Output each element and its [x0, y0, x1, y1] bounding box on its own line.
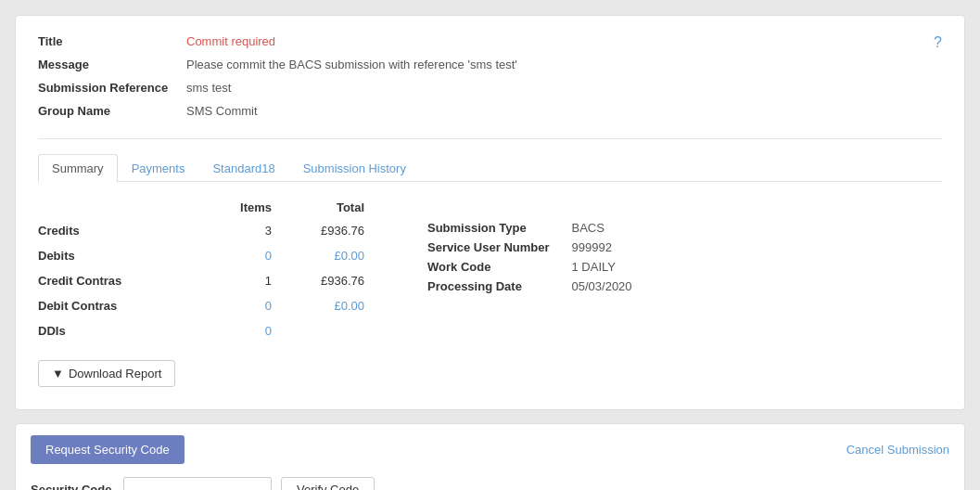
service-user-number-value: 999992	[572, 240, 632, 254]
work-code-label: Work Code	[427, 260, 550, 274]
row-total-debit-contras: £0.00	[279, 293, 372, 318]
col-header-empty	[38, 197, 186, 218]
row-label-debit-contras: Debit Contras	[38, 293, 186, 318]
processing-date-value: 05/03/2020	[572, 279, 632, 293]
tab-standard18[interactable]: Standard18	[198, 154, 288, 182]
download-report-button[interactable]: ▼ Download Report	[38, 360, 175, 387]
request-security-code-button[interactable]: Request Security Code	[31, 435, 185, 464]
cancel-submission-button[interactable]: Cancel Submission	[846, 443, 949, 457]
row-total-credits: £936.76	[279, 218, 372, 243]
submission-ref-row: Submission Reference sms test	[38, 81, 934, 95]
processing-date-label: Processing Date	[427, 279, 550, 293]
row-items-credit-contras: 1	[186, 268, 279, 293]
help-icon[interactable]: ?	[934, 34, 942, 50]
summary-right: Submission Type BACS Service User Number…	[427, 221, 632, 387]
submission-type-label: Submission Type	[427, 221, 550, 235]
security-code-section: Security Code Verify Code	[31, 477, 949, 490]
bottom-bar: Request Security Code Cancel Submission …	[15, 423, 965, 490]
row-total-credit-contras: £936.76	[279, 268, 372, 293]
row-items-debits: 0	[186, 243, 279, 268]
message-value: Please commit the BACS submission with r…	[186, 58, 517, 71]
tab-payments[interactable]: Payments	[118, 154, 199, 182]
row-label-ddis: DDIs	[38, 318, 186, 343]
verify-code-button[interactable]: Verify Code	[281, 477, 375, 490]
row-items-debit-contras: 0	[186, 293, 279, 318]
submission-ref-value: sms test	[186, 81, 231, 95]
tab-summary[interactable]: Summary	[38, 154, 118, 182]
row-items-credits: 3	[186, 218, 279, 243]
row-label-credits: Credits	[38, 218, 186, 243]
summary-table: Items Total Credits 3 £936.76 Debits 0 £…	[38, 197, 942, 387]
info-section: Title Commit required Message Please com…	[38, 34, 942, 139]
summary-content: Items Total Credits 3 £936.76 Debits 0 £…	[38, 182, 942, 387]
download-icon: ▼	[52, 367, 64, 380]
work-code-value: 1 DAILY	[572, 260, 632, 274]
group-name-label: Group Name	[38, 104, 186, 118]
title-row: Title Commit required	[38, 34, 934, 48]
security-code-input[interactable]	[123, 477, 272, 490]
message-label: Message	[38, 58, 186, 71]
download-report-label: Download Report	[69, 367, 161, 380]
tab-submission-history[interactable]: Submission History	[289, 154, 420, 182]
col-header-total: Total	[279, 197, 372, 218]
bottom-row1: Request Security Code Cancel Submission	[31, 435, 949, 464]
title-label: Title	[38, 34, 186, 48]
row-label-credit-contras: Credit Contras	[38, 268, 186, 293]
group-name-row: Group Name SMS Commit	[38, 104, 934, 118]
submission-ref-label: Submission Reference	[38, 81, 186, 95]
tabs: Summary Payments Standard18 Submission H…	[38, 154, 942, 182]
title-value: Commit required	[186, 34, 275, 48]
row-label-debits: Debits	[38, 243, 186, 268]
main-card: Title Commit required Message Please com…	[15, 15, 965, 410]
security-code-label: Security Code	[31, 483, 114, 490]
group-name-value: SMS Commit	[186, 104, 258, 118]
submission-type-value: BACS	[572, 221, 632, 235]
service-user-number-label: Service User Number	[427, 240, 550, 254]
summary-left: Items Total Credits 3 £936.76 Debits 0 £…	[38, 197, 372, 387]
message-row: Message Please commit the BACS submissio…	[38, 58, 934, 71]
row-items-ddis: 0	[186, 318, 279, 343]
row-total-debits: £0.00	[279, 243, 372, 268]
summary-grid: Items Total Credits 3 £936.76 Debits 0 £…	[38, 197, 372, 343]
row-total-ddis	[279, 318, 372, 343]
col-header-items: Items	[186, 197, 279, 218]
